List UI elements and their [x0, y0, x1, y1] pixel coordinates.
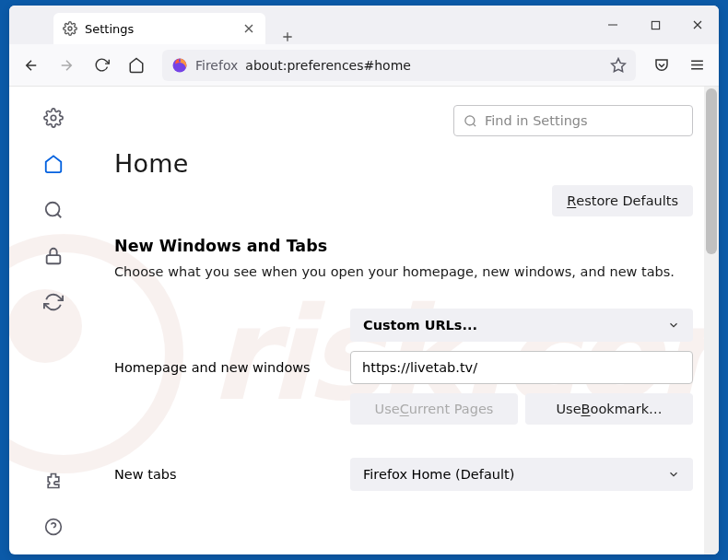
scrollbar-thumb[interactable] [706, 88, 717, 254]
homepage-label: Homepage and new windows [114, 360, 350, 375]
new-tab-button[interactable] [275, 29, 300, 44]
restore-defaults-button[interactable]: Restore Defaults [552, 185, 693, 216]
svg-point-9 [465, 115, 475, 124]
sidebar-item-general[interactable] [42, 107, 65, 129]
gear-icon [63, 21, 77, 36]
sidebar-item-home[interactable] [42, 153, 65, 175]
homepage-select-value: Custom URLs... [363, 318, 477, 332]
minimize-button[interactable] [592, 6, 634, 44]
reload-button[interactable] [87, 51, 116, 80]
sidebar-item-search[interactable] [42, 199, 65, 221]
pocket-button[interactable] [647, 51, 676, 80]
svg-point-4 [51, 115, 56, 121]
maximize-button[interactable] [634, 6, 676, 44]
svg-point-0 [68, 27, 72, 30]
titlebar: Settings [9, 6, 719, 44]
scrollbar[interactable] [704, 87, 719, 554]
svg-rect-1 [652, 21, 659, 29]
forward-button[interactable] [52, 51, 81, 80]
sidebar-item-privacy[interactable] [42, 245, 65, 267]
newtabs-label: New tabs [114, 467, 350, 482]
section-heading: New Windows and Tabs [114, 237, 693, 255]
toolbar: Firefox about:preferences#home [9, 44, 719, 87]
back-button[interactable] [17, 51, 46, 80]
chevron-down-icon [667, 468, 680, 481]
page-title: Home [114, 149, 693, 178]
menu-button[interactable] [682, 51, 711, 80]
use-current-pages-button[interactable]: Use Current Pages [350, 393, 518, 425]
settings-sidebar [9, 87, 98, 554]
sidebar-item-sync[interactable] [42, 291, 65, 313]
tab-settings[interactable]: Settings [53, 13, 265, 44]
tab-title: Settings [85, 22, 134, 36]
url-path: about:preferences#home [245, 58, 411, 73]
search-placeholder: Find in Settings [485, 113, 588, 128]
search-input[interactable]: Find in Settings [453, 105, 693, 136]
homepage-select[interactable]: Custom URLs... [350, 309, 693, 342]
svg-marker-3 [612, 58, 626, 71]
settings-main: Find in Settings Home Restore Defaults N… [98, 87, 719, 554]
svg-point-5 [46, 203, 60, 216]
url-label: Firefox [195, 58, 238, 73]
sidebar-item-extensions[interactable] [42, 470, 65, 492]
homepage-input[interactable] [350, 351, 693, 384]
close-button[interactable] [676, 6, 719, 44]
search-icon [464, 114, 477, 128]
newtabs-select[interactable]: Firefox Home (Default) [350, 458, 693, 491]
section-description: Choose what you see when you open your h… [114, 262, 693, 281]
sidebar-item-help[interactable] [42, 516, 65, 538]
use-bookmark-button[interactable]: Use Bookmark… [525, 393, 693, 425]
svg-point-2 [173, 58, 187, 72]
home-button[interactable] [122, 51, 151, 80]
close-icon[interactable] [241, 21, 256, 36]
chevron-down-icon [667, 319, 680, 332]
url-bar[interactable]: Firefox about:preferences#home [162, 50, 636, 81]
newtabs-select-value: Firefox Home (Default) [363, 467, 514, 482]
bookmark-star-icon[interactable] [610, 57, 627, 74]
svg-rect-6 [47, 255, 61, 263]
firefox-icon [171, 57, 188, 74]
